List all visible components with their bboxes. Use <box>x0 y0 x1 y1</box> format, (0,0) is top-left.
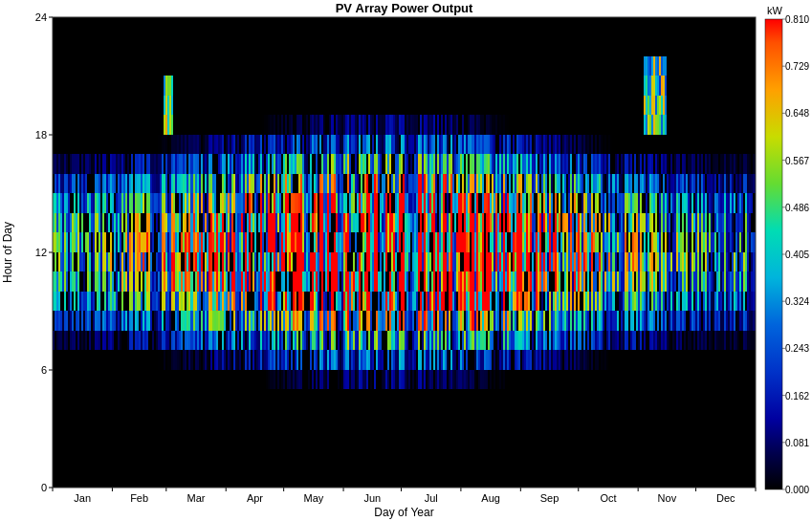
chart-canvas <box>0 0 812 521</box>
chart-container <box>0 0 812 521</box>
